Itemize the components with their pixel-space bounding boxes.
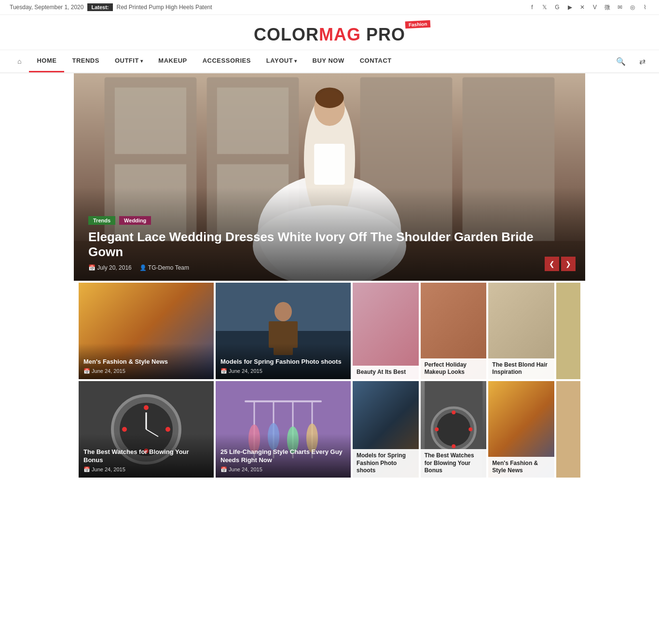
nav-link-contact[interactable]: CONTACT	[352, 50, 399, 71]
nav-link-outfit[interactable]: OUTFIT▾	[107, 50, 151, 71]
hero-author: 👤 TG-Demo Team	[139, 264, 189, 271]
card-partial-right-2[interactable]	[556, 381, 580, 478]
svg-point-18	[275, 302, 292, 321]
svg-point-13	[315, 88, 343, 108]
hero-slider: Trends Wedding Elegant Lace Wedding Dres…	[74, 73, 585, 281]
nav-link-trends[interactable]: TRENDS	[64, 50, 107, 71]
svg-point-44	[452, 411, 455, 414]
card-overlay: The Best Blond Hair Inspiration	[488, 358, 554, 379]
nav-item-layout[interactable]: LAYOUT▾	[259, 50, 305, 72]
cards-row-1: Men's Fashion & Style News 📅 June 24, 20…	[79, 283, 580, 379]
card-overlay: Perfect Holiday Makeup Looks	[421, 358, 487, 379]
card-date: 📅 June 24, 2015	[83, 466, 209, 473]
hero-meta: 📅 July 20, 2016 👤 TG-Demo Team	[88, 264, 571, 271]
facebook-icon[interactable]: f	[528, 3, 536, 12]
svg-point-43	[437, 412, 470, 446]
hero-date: 📅 July 20, 2016	[88, 264, 132, 271]
googleplus-icon[interactable]: G	[553, 3, 562, 12]
xing-icon[interactable]: ✕	[578, 3, 587, 12]
svg-rect-5	[217, 88, 288, 154]
card-overlay: The Best Watches for Blowing Your Bonus …	[79, 434, 214, 478]
card-title: Models for Spring Fashion Photo shoots	[357, 452, 415, 475]
rss-icon[interactable]: ⌇	[641, 3, 649, 12]
card-watches2[interactable]: The Best Watches for Blowing Your Bonus	[421, 381, 487, 478]
svg-rect-32	[245, 400, 322, 402]
card-overlay: The Best Watches for Blowing Your Bonus	[421, 449, 487, 478]
card-title: The Best Watches for Blowing Your Bonus	[425, 452, 483, 475]
nav-link-buynow[interactable]: BUY NOW	[305, 50, 352, 71]
nav-link-home[interactable]: HOME	[29, 50, 64, 72]
hero-nav-buttons: ❮ ❯	[545, 257, 576, 271]
hero-tag-wedding[interactable]: Wedding	[119, 216, 151, 225]
date-label: Tuesday, September 1, 2020	[10, 4, 83, 11]
card-title: Models for Spring Fashion Photo shoots	[220, 358, 346, 366]
card-overlay: Men's Fashion & Style News	[488, 457, 554, 478]
card-holiday-makeup[interactable]: Perfect Holiday Makeup Looks	[421, 283, 487, 379]
svg-point-28	[122, 427, 127, 432]
hero-next-button[interactable]: ❯	[561, 257, 576, 271]
hero-content: Trends Wedding Elegant Lace Wedding Dres…	[74, 187, 585, 281]
logo[interactable]: COLORMAG PRO Fashion	[254, 25, 405, 45]
card-title: 25 Life-Changing Style Charts Every Guy …	[220, 448, 346, 465]
card-blond-hair[interactable]: The Best Blond Hair Inspiration	[488, 283, 554, 379]
card-men-fashion2[interactable]: Men's Fashion & Style News	[488, 381, 554, 478]
card-date: 📅 June 24, 2015	[83, 368, 209, 374]
home-nav-icon[interactable]: ⌂	[10, 51, 29, 72]
nav-right: 🔍 ⇄	[612, 53, 649, 70]
nav-item-outfit[interactable]: OUTFIT▾	[107, 50, 151, 72]
logo-color: COLOR	[254, 25, 319, 44]
podcast-icon[interactable]: ◎	[628, 3, 637, 12]
nav-link-layout[interactable]: LAYOUT▾	[259, 50, 305, 71]
card-overlay: Models for Spring Fashion Photo shoots 📅…	[216, 343, 351, 379]
card-overlay: 25 Life-Changing Style Charts Every Guy …	[216, 434, 351, 478]
card-overlay: Models for Spring Fashion Photo shoots	[353, 449, 419, 478]
latest-badge: Latest:	[87, 3, 112, 11]
social-icons: f 𝕏 G ▶ ✕ V 微 ✉ ◎ ⌇	[528, 3, 649, 12]
shuffle-button[interactable]: ⇄	[635, 53, 649, 70]
ticker: Red Printed Pump High Heels Patent	[117, 4, 212, 11]
svg-point-25	[144, 405, 149, 410]
nav-item-buynow[interactable]: BUY NOW	[305, 50, 352, 72]
card-title: Men's Fashion & Style News	[83, 358, 209, 366]
hero-title: Elegant Lace Wedding Dresses White Ivory…	[88, 230, 571, 260]
nav-item-makeup[interactable]: MAKEUP	[151, 50, 194, 72]
svg-point-47	[435, 427, 439, 431]
card-men-fashion[interactable]: Men's Fashion & Style News 📅 June 24, 20…	[79, 283, 214, 379]
search-button[interactable]: 🔍	[612, 53, 630, 70]
fashion-badge: Fashion	[405, 20, 430, 29]
vk-icon[interactable]: V	[590, 3, 599, 12]
card-models2[interactable]: Models for Spring Fashion Photo shoots	[353, 381, 419, 478]
card-watches[interactable]: The Best Watches for Blowing Your Bonus …	[79, 381, 214, 478]
nav-item-trends[interactable]: TRENDS	[64, 50, 107, 72]
card-title: Beauty At Its Best	[357, 369, 415, 376]
card-overlay: Men's Fashion & Style News 📅 June 24, 20…	[79, 343, 214, 379]
hero-prev-button[interactable]: ❮	[545, 257, 559, 271]
top-bar-left: Tuesday, September 1, 2020 Latest: Red P…	[10, 3, 212, 11]
hero-tag-trends[interactable]: Trends	[88, 216, 115, 225]
card-title: The Best Blond Hair Inspiration	[492, 361, 550, 376]
twitter-icon[interactable]: 𝕏	[540, 3, 549, 12]
weibo-icon[interactable]: 微	[603, 3, 612, 12]
svg-rect-2	[115, 88, 186, 154]
card-date: 📅 June 24, 2015	[220, 368, 346, 374]
vimeo-icon[interactable]: ▶	[565, 3, 574, 12]
card-style-charts[interactable]: 25 Life-Changing Style Charts Every Guy …	[216, 381, 351, 478]
svg-point-26	[165, 427, 170, 432]
nav-link-makeup[interactable]: MAKEUP	[151, 50, 194, 71]
nav-item-home[interactable]: HOME	[29, 50, 64, 72]
nav-item-accessories[interactable]: ACCESSORIES	[195, 50, 259, 72]
nav-link-accessories[interactable]: ACCESSORIES	[195, 50, 259, 71]
card-title: Perfect Holiday Makeup Looks	[425, 361, 483, 376]
card-date: 📅 June 24, 2015	[220, 466, 346, 473]
card-beauty[interactable]: Beauty At Its Best	[353, 283, 419, 379]
card-models-spring[interactable]: Models for Spring Fashion Photo shoots 📅…	[216, 283, 351, 379]
card-title: The Best Watches for Blowing Your Bonus	[83, 448, 209, 465]
card-partial-right[interactable]	[556, 283, 580, 379]
svg-point-46	[452, 444, 455, 448]
nav-item-contact[interactable]: CONTACT	[352, 50, 399, 72]
top-bar: Tuesday, September 1, 2020 Latest: Red P…	[0, 0, 659, 15]
mail-icon[interactable]: ✉	[616, 3, 624, 12]
svg-point-45	[468, 427, 472, 431]
card-overlay: Beauty At Its Best	[353, 366, 419, 379]
svg-rect-14	[314, 144, 345, 185]
